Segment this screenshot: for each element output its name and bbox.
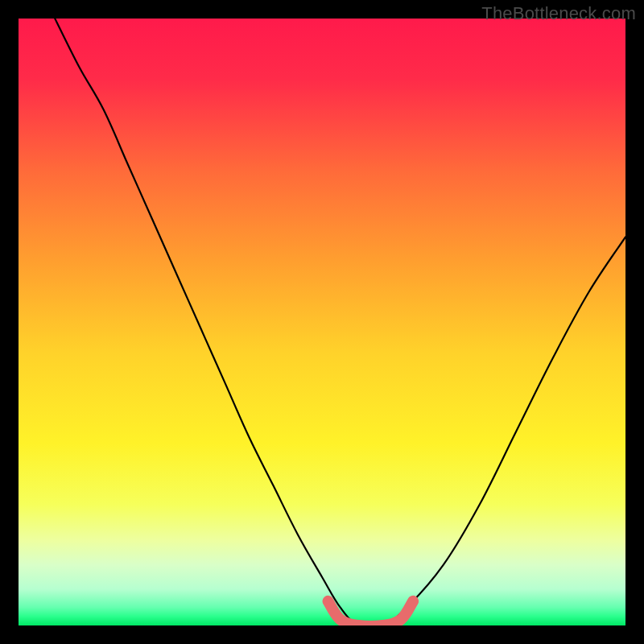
optimal-range-highlight bbox=[328, 601, 414, 625]
bottleneck-curve bbox=[55, 19, 625, 625]
plot-area bbox=[19, 19, 625, 625]
chart-frame: TheBottleneck.com bbox=[0, 0, 644, 644]
curve-layer bbox=[19, 19, 625, 625]
watermark-text: TheBottleneck.com bbox=[481, 3, 636, 24]
